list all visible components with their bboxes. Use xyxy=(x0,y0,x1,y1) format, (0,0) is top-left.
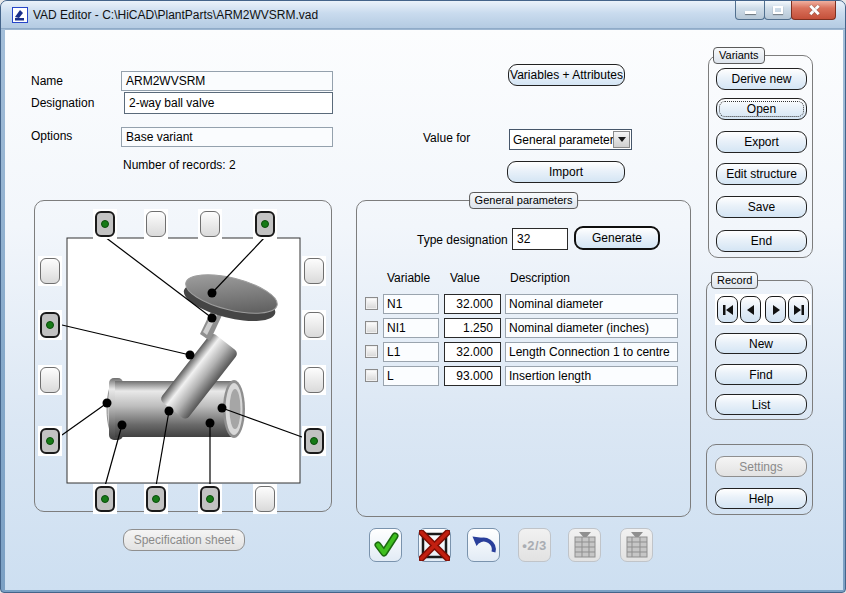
undo-arrow-icon xyxy=(470,531,498,559)
parameter-row: LInsertion length xyxy=(357,366,690,386)
settings-button[interactable]: Settings xyxy=(715,456,807,477)
variant-button-edit-structure[interactable]: Edit structure xyxy=(716,163,807,185)
hotspot-backing xyxy=(302,365,326,395)
green-dot-icon xyxy=(46,437,54,445)
green-dot-icon xyxy=(46,321,54,329)
variant-button-end[interactable]: End xyxy=(716,230,807,252)
green-dot-icon xyxy=(310,437,318,445)
table-view-button[interactable] xyxy=(568,528,601,562)
maximize-button[interactable] xyxy=(764,1,792,20)
ok-check-icon xyxy=(372,531,400,559)
generate-button[interactable]: Generate xyxy=(574,226,660,250)
hotspot-backing xyxy=(198,484,222,514)
variant-button-save[interactable]: Save xyxy=(716,196,807,218)
record-group: Record NewFindList xyxy=(706,280,813,420)
button-label: Settings xyxy=(739,460,782,474)
type-designation-input[interactable] xyxy=(512,228,568,250)
hotspot-button-bottom-4[interactable] xyxy=(255,486,275,512)
cancel-x-icon xyxy=(419,530,450,561)
variable-checkbox[interactable] xyxy=(365,369,378,382)
designation-input[interactable] xyxy=(124,92,333,114)
last-record-icon xyxy=(791,302,807,318)
cancel-button[interactable] xyxy=(418,528,451,562)
variable-checkbox[interactable] xyxy=(365,345,378,358)
undo-button[interactable] xyxy=(467,528,500,562)
ok-button[interactable] xyxy=(369,528,402,562)
designation-label: Designation xyxy=(31,96,94,110)
value-for-select[interactable]: General parameters xyxy=(509,129,632,150)
hotspot-button-right-1[interactable] xyxy=(304,258,324,284)
next-record-icon xyxy=(768,302,784,318)
hotspot-button-right-4[interactable] xyxy=(304,428,324,454)
options-field[interactable]: Base variant xyxy=(121,127,333,147)
variable-value-input[interactable] xyxy=(444,366,501,386)
hotspot-backing xyxy=(38,310,62,340)
button-label: Derive new xyxy=(731,72,791,86)
variable-checkbox[interactable] xyxy=(365,321,378,334)
button-label: List xyxy=(752,398,771,412)
find-button[interactable]: Find xyxy=(715,364,807,385)
hotspot-button-bottom-1[interactable] xyxy=(95,486,115,512)
hotspot-button-right-3[interactable] xyxy=(304,367,324,393)
column-header-variable: Variable xyxy=(387,271,430,285)
callout-dot xyxy=(206,419,215,428)
hotspot-button-left-1[interactable] xyxy=(40,258,60,284)
type-designation-label: Type designation xyxy=(417,233,508,247)
hotspot-backing xyxy=(38,426,62,456)
button-label: Import xyxy=(549,165,583,179)
variable-description-field: Insertion length xyxy=(505,366,678,386)
hotspot-button-bottom-3[interactable] xyxy=(200,486,220,512)
title-bar[interactable]: VAD Editor - C:\HiCAD\PlantParts\ARM2WVS… xyxy=(1,1,845,29)
variable-checkbox[interactable] xyxy=(365,297,378,310)
variant-button-derive-new[interactable]: Derive new xyxy=(716,68,807,90)
hotspot-button-left-2[interactable] xyxy=(40,312,60,338)
help-button[interactable]: Help xyxy=(715,488,807,509)
record-counter-label: 2/3 xyxy=(527,538,547,553)
record-counter-button[interactable]: •2/3 xyxy=(518,528,551,562)
variable-value-input[interactable] xyxy=(444,342,501,362)
variable-description-field: Nominal diameter (inches) xyxy=(505,318,678,338)
record-nav-last-button[interactable] xyxy=(788,296,809,323)
value-for-label: Value for xyxy=(423,131,470,145)
minimize-icon xyxy=(745,11,756,14)
variable-value-input[interactable] xyxy=(444,294,501,314)
variable-name-field: N1 xyxy=(383,294,439,314)
close-button[interactable] xyxy=(791,1,836,20)
new-button[interactable]: New xyxy=(715,333,807,354)
import-button[interactable]: Import xyxy=(507,161,625,183)
variable-description-field: Nominal diameter xyxy=(505,294,678,314)
chevron-down-icon[interactable] xyxy=(613,131,630,148)
variable-name-field: L1 xyxy=(383,342,439,362)
button-label: Help xyxy=(749,492,774,506)
options-label: Options xyxy=(31,129,72,143)
variables-attributes-button[interactable]: Variables + Attributes xyxy=(508,64,625,86)
specification-sheet-button[interactable]: Specification sheet xyxy=(123,529,245,551)
name-field[interactable]: ARM2WVSRM xyxy=(121,71,333,91)
parameter-row: NI1Nominal diameter (inches) xyxy=(357,318,690,338)
hotspot-button-bottom-2[interactable] xyxy=(146,486,166,512)
record-nav-previous-button[interactable] xyxy=(740,296,761,323)
record-nav-next-button[interactable] xyxy=(765,296,786,323)
hotspot-button-left-3[interactable] xyxy=(40,367,60,393)
general-parameters-group-label: General parameters xyxy=(469,192,579,209)
hotspot-backing xyxy=(93,209,117,239)
list-button[interactable]: List xyxy=(715,394,807,415)
hotspot-button-left-4[interactable] xyxy=(40,428,60,454)
general-parameters-group: General parameters Type designation Gene… xyxy=(356,200,691,517)
hotspot-button-top-2[interactable] xyxy=(146,211,166,237)
variable-value-input[interactable] xyxy=(444,318,501,338)
minimize-button[interactable] xyxy=(735,1,765,20)
hotspot-button-top-1[interactable] xyxy=(95,211,115,237)
hotspot-button-top-4[interactable] xyxy=(255,211,275,237)
hotspot-button-top-3[interactable] xyxy=(200,211,220,237)
settings-help-group: Settings Help xyxy=(706,444,813,515)
variant-button-open[interactable]: Open xyxy=(716,98,807,120)
variants-group: Variants Derive newOpenExportEdit struct… xyxy=(708,55,813,258)
hotspot-backing xyxy=(253,484,277,514)
record-nav-first-button[interactable] xyxy=(717,296,738,323)
variant-button-export[interactable]: Export xyxy=(716,131,807,153)
valve-preview-image xyxy=(35,201,333,513)
table-compact-button[interactable] xyxy=(620,528,653,562)
hotspot-backing xyxy=(93,484,117,514)
hotspot-button-right-2[interactable] xyxy=(304,312,324,338)
